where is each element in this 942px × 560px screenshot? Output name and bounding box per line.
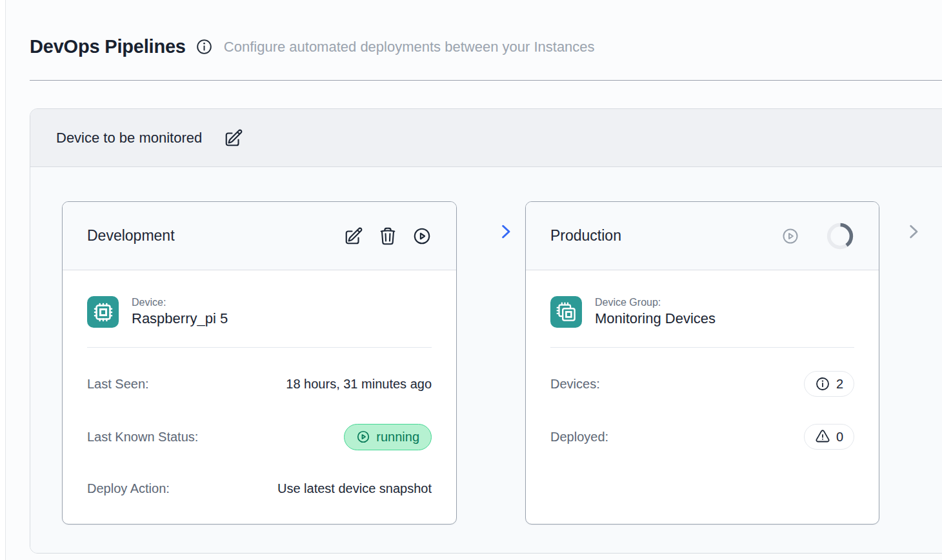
device-group-label: Device Group: bbox=[595, 297, 716, 308]
last-seen-label: Last Seen: bbox=[87, 377, 149, 392]
play-circle-icon bbox=[356, 430, 370, 444]
delete-stage-icon[interactable] bbox=[378, 226, 397, 246]
devices-count-row: Devices: 2 bbox=[550, 370, 854, 398]
production-actions bbox=[781, 222, 854, 250]
status-badge: running bbox=[344, 424, 432, 450]
pipeline-panel: Device to be monitored Development bbox=[30, 108, 942, 554]
development-actions bbox=[344, 226, 432, 246]
device-group-meta: Device Group: Monitoring Devices bbox=[595, 297, 716, 327]
device-group-row: Device Group: Monitoring Devices bbox=[550, 296, 854, 328]
last-known-status-row: Last Known Status: running bbox=[87, 423, 432, 451]
last-seen-row: Last Seen: 18 hours, 31 minutes ago bbox=[87, 370, 432, 398]
page-title: DevOps Pipelines bbox=[30, 36, 186, 57]
deploy-action-label: Deploy Action: bbox=[87, 481, 170, 496]
development-card-header: Development bbox=[63, 202, 456, 270]
device-name: Raspberry_pi 5 bbox=[132, 310, 228, 327]
deploy-play-icon[interactable] bbox=[412, 226, 432, 246]
last-seen-value: 18 hours, 31 minutes ago bbox=[286, 377, 432, 392]
stage-title-production: Production bbox=[550, 227, 781, 245]
screen: DevOps Pipelines Configure automated dep… bbox=[0, 0, 942, 560]
production-card-body: Device Group: Monitoring Devices Devices… bbox=[526, 270, 879, 451]
deploy-play-icon-disabled[interactable] bbox=[781, 227, 799, 245]
device-group-name: Monitoring Devices bbox=[595, 310, 716, 327]
deployed-count-row: Deployed: 0 bbox=[550, 423, 854, 451]
pipeline-flow-chevron-icon bbox=[496, 222, 516, 241]
next-stage-chevron-icon[interactable] bbox=[904, 222, 923, 241]
page-header: DevOps Pipelines Configure automated dep… bbox=[30, 36, 595, 57]
loading-spinner-icon bbox=[826, 222, 854, 250]
edit-pipeline-icon[interactable] bbox=[224, 128, 243, 148]
deploy-action-value: Use latest device snapshot bbox=[277, 481, 432, 496]
device-label: Device: bbox=[132, 297, 228, 308]
devices-count-pill[interactable]: 2 bbox=[804, 371, 854, 397]
card-divider bbox=[87, 347, 432, 348]
info-icon[interactable] bbox=[195, 38, 213, 55]
cpu-chip-icon bbox=[87, 296, 119, 328]
warning-triangle-icon bbox=[815, 429, 830, 445]
development-card-body: Device: Raspberry_pi 5 Last Seen: 18 hou… bbox=[63, 270, 456, 503]
pipeline-name: Device to be monitored bbox=[56, 130, 202, 146]
deployed-label: Deployed: bbox=[550, 430, 608, 445]
cpu-chip-stack-icon bbox=[550, 296, 582, 328]
pipeline-stages: Development bbox=[30, 167, 942, 554]
production-card-header: Production bbox=[526, 202, 879, 270]
header-divider bbox=[30, 80, 942, 81]
info-circle-icon bbox=[815, 376, 830, 392]
deployed-count: 0 bbox=[836, 430, 843, 445]
deployed-count-pill[interactable]: 0 bbox=[804, 424, 854, 450]
device-row: Device: Raspberry_pi 5 bbox=[87, 296, 432, 328]
devices-count: 2 bbox=[836, 377, 843, 392]
device-meta: Device: Raspberry_pi 5 bbox=[132, 297, 228, 327]
stage-card-production: Production bbox=[525, 201, 879, 525]
edit-stage-icon[interactable] bbox=[344, 226, 363, 246]
devices-label: Devices: bbox=[550, 377, 600, 392]
card-divider bbox=[550, 347, 854, 348]
page-subtitle: Configure automated deployments between … bbox=[224, 39, 595, 55]
pipeline-panel-header: Device to be monitored bbox=[30, 109, 942, 167]
deploy-action-row: Deploy Action: Use latest device snapsho… bbox=[87, 474, 432, 503]
last-known-status-label: Last Known Status: bbox=[87, 430, 198, 445]
stage-title-development: Development bbox=[87, 227, 344, 245]
main-content-area: DevOps Pipelines Configure automated dep… bbox=[5, 0, 942, 560]
status-badge-label: running bbox=[376, 430, 419, 445]
stage-card-development: Development bbox=[62, 201, 457, 525]
